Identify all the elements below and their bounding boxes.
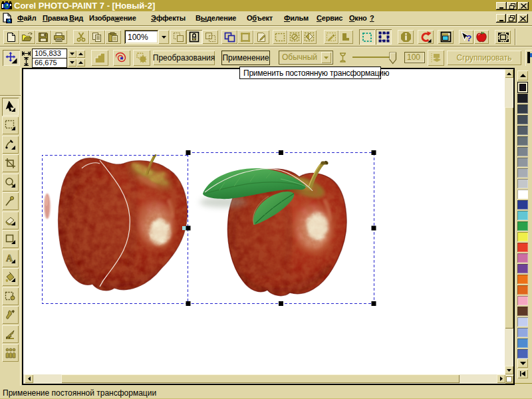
svg-text:A: A — [6, 253, 13, 263]
svg-text:?: ? — [466, 33, 471, 43]
